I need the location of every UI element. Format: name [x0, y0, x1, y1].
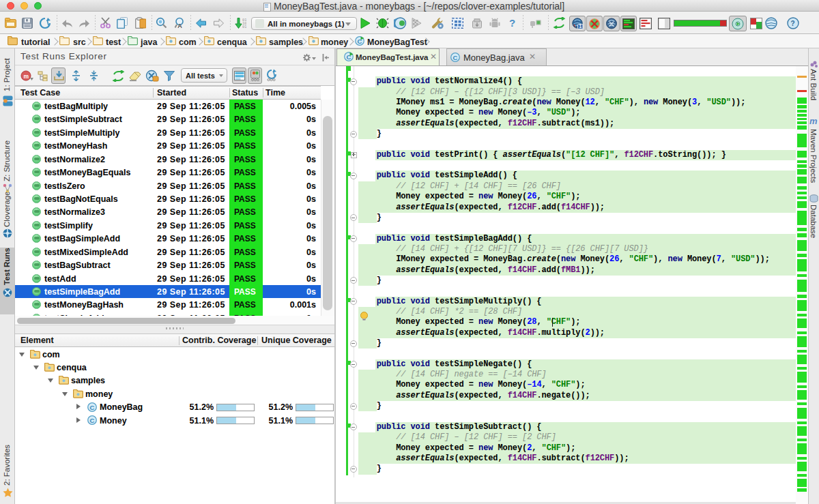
svg-text:?: ?	[791, 20, 795, 27]
svg-text:C: C	[90, 403, 95, 411]
svg-text:A: A	[177, 23, 182, 29]
svg-text:1: 1	[579, 24, 582, 29]
svg-text:m: m	[24, 73, 29, 80]
svg-text:01: 01	[242, 25, 246, 29]
svg-text:C: C	[90, 417, 95, 424]
svg-text:C: C	[453, 53, 458, 61]
